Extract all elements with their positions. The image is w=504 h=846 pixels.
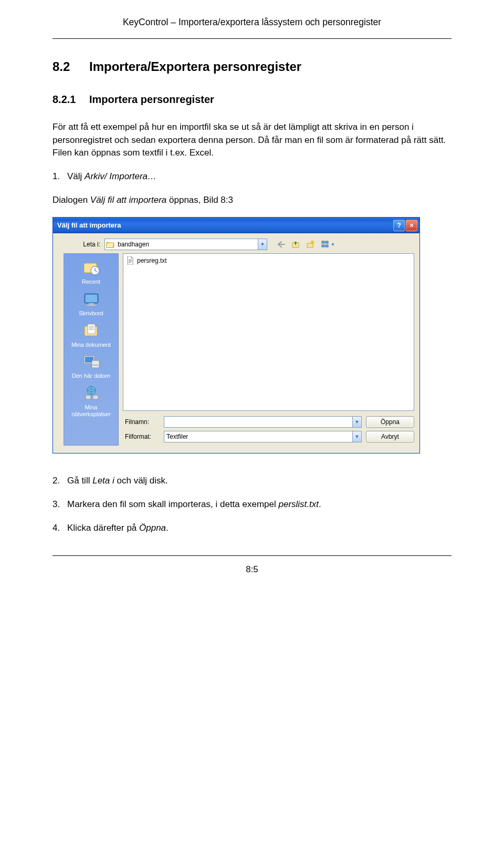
place-computer[interactable]: Den här datorn [68,353,115,379]
help-button[interactable]: ? [393,220,405,231]
folder-open-icon [105,241,116,248]
file-open-dialog: Välj fil att importera ? × Leta i: bandh… [52,217,420,453]
svg-rect-1 [307,243,313,247]
place-label: Mina dokument [68,342,115,348]
look-in-label: Leta i: [64,240,104,249]
svg-rect-15 [87,305,96,306]
subsection-title: Importera personregister [89,94,214,105]
subsection-number: 8.2.1 [52,92,89,107]
place-label: Skrivbord [68,310,115,317]
text-file-icon [127,256,135,265]
svg-rect-24 [93,365,98,366]
dialog-caption: Dialogen Välj fil att importera öppnas, … [52,194,452,207]
step-menu-path: Arkiv/ Importera… [85,171,156,181]
file-name: persreg.txt [137,256,167,265]
step-number: 4. [52,522,67,535]
filename-input[interactable]: ▼ [164,416,362,428]
cancel-button[interactable]: Avbryt [366,431,414,442]
dialog-titlebar[interactable]: Välj fil att importera ? × [53,218,419,233]
svg-rect-23 [92,360,99,368]
file-format-value: Textfiler [164,432,352,441]
chevron-down-icon[interactable]: ▼ [352,431,361,442]
back-button[interactable] [275,239,287,250]
place-desktop[interactable]: Skrivbord [68,291,115,317]
filename-label: Filnamn: [123,418,164,427]
svg-rect-9 [326,245,328,247]
place-recent[interactable]: Recent [68,259,115,285]
subsection-heading: 8.2.1Importera personregister [52,92,452,107]
step-2: 2.Gå till Leta i och välj disk. [52,474,452,488]
step-3: 3.Markera den fil som skall importeras, … [52,498,452,511]
step-number: 1. [52,170,67,183]
look-in-combo[interactable]: bandhagen ▼ [104,239,267,250]
section-heading: 8.2Importera/Exportera personregister [52,58,452,76]
places-bar: Recent Skrivbord Mina doku [64,253,119,446]
svg-rect-7 [326,241,328,243]
place-label: Den här datorn [68,373,115,379]
step-number: 2. [52,474,67,488]
documents-icon [81,322,101,340]
intro-paragraph: För att få ett exempel på hur en importf… [52,121,452,160]
chevron-down-icon[interactable]: ▼ [258,239,267,250]
computer-icon [81,353,101,371]
new-folder-button[interactable] [304,239,317,250]
view-menu-button[interactable]: ▼ [319,239,338,250]
step-1: 1.Välj Arkiv/ Importera… [52,170,452,183]
file-format-combo[interactable]: Textfiler ▼ [164,431,362,442]
svg-rect-27 [93,395,98,399]
look-in-value: bandhagen [116,240,258,249]
place-label: Mina nätverksplatser [68,404,115,417]
page-footer: 8:5 [52,555,452,576]
svg-rect-6 [322,241,324,243]
network-icon [81,385,101,403]
section-title: Importera/Exportera personregister [89,59,301,74]
chevron-down-icon[interactable]: ▼ [352,417,361,427]
svg-rect-26 [86,395,91,399]
step-text: Välj [67,171,85,181]
svg-rect-8 [322,245,324,247]
open-button[interactable]: Öppna [366,416,414,428]
svg-rect-14 [89,303,94,305]
step-number: 3. [52,498,67,511]
file-item[interactable]: persreg.txt [125,256,199,265]
close-button[interactable]: × [406,220,417,231]
svg-rect-13 [86,295,97,302]
place-documents[interactable]: Mina dokument [68,322,115,348]
file-format-label: Filformat: [123,432,164,441]
place-label: Recent [68,278,115,285]
recent-icon [81,259,101,277]
up-one-level-button[interactable] [289,239,302,250]
dialog-title: Välj fil att importera [57,221,392,231]
step-4: 4.Klicka därefter på Öppna. [52,522,452,535]
section-number: 8.2 [52,58,89,76]
file-list[interactable]: persreg.txt [123,253,414,411]
page-header: KeyControl – Importera/exportera låssyst… [52,16,452,39]
place-network[interactable]: Mina nätverksplatser [68,385,115,417]
svg-rect-17 [88,324,95,334]
desktop-icon [81,291,101,308]
